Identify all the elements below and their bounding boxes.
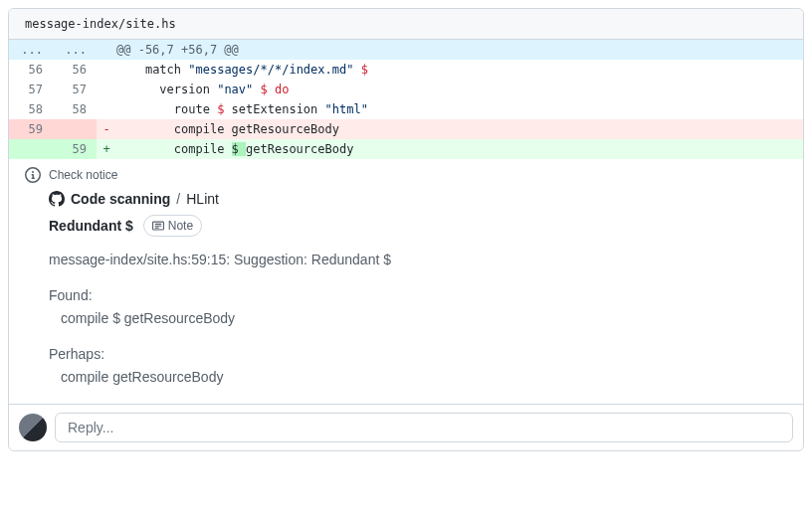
sign-cell — [97, 60, 116, 80]
code: version "nav" $ do — [116, 80, 803, 99]
github-icon — [49, 191, 65, 207]
sign-cell — [97, 80, 116, 99]
diff-line-ctx: 56 56 match "messages/*/*/index.md" $ — [9, 60, 803, 80]
note-icon — [152, 220, 164, 232]
notice-label: Check notice — [49, 168, 117, 182]
line-number-new — [53, 119, 97, 139]
sign-cell — [97, 40, 116, 60]
diff-container: message-index/site.hs ... ... @@ -56,7 +… — [8, 8, 804, 451]
line-number-old[interactable]: 57 — [9, 80, 53, 99]
sign-cell: + — [97, 139, 116, 159]
line-number-new[interactable]: 56 — [53, 60, 97, 80]
notice-title: Redundant $ — [49, 218, 133, 234]
scanner-name[interactable]: Code scanning — [71, 191, 170, 207]
check-notice-section: Check notice Code scanning / HLint Redun… — [9, 159, 803, 405]
severity-label: Note — [168, 217, 193, 235]
file-header: message-index/site.hs — [9, 9, 803, 40]
reply-area — [9, 405, 803, 450]
avatar[interactable] — [19, 414, 47, 441]
line-number-new[interactable]: 58 — [53, 99, 97, 119]
notice-header: Check notice — [25, 167, 787, 183]
diff-line-ctx: 58 58 route $ setExtension "html" — [9, 99, 803, 119]
found-code: compile $ getResourceBody — [61, 310, 235, 326]
tool-name[interactable]: HLint — [186, 191, 219, 207]
line-number-old[interactable]: 56 — [9, 60, 53, 80]
diff-line-ctx: 57 57 version "nav" $ do — [9, 80, 803, 99]
hunk-header-row: ... ... @@ -56,7 +56,7 @@ — [9, 40, 803, 60]
line-number-old — [9, 139, 53, 159]
slash: / — [176, 191, 180, 207]
code: compile $ getResourceBody — [116, 139, 803, 159]
hunk-header: @@ -56,7 +56,7 @@ — [116, 40, 803, 60]
line-number-new[interactable]: 59 — [53, 139, 97, 159]
line-number-new: ... — [53, 40, 97, 60]
perhaps-label: Perhaps: — [49, 346, 104, 362]
title-line: Redundant $ Note — [49, 215, 787, 237]
line-number-old[interactable]: 59 — [9, 119, 53, 139]
found-label: Found: — [49, 287, 93, 303]
line-number-old: ... — [9, 40, 53, 60]
perhaps-code: compile getResourceBody — [61, 369, 223, 385]
scan-line: Code scanning / HLint — [49, 191, 787, 207]
line-number-old[interactable]: 58 — [9, 99, 53, 119]
code: route $ setExtension "html" — [116, 99, 803, 119]
info-icon — [25, 167, 41, 183]
sign-cell — [97, 99, 116, 119]
code: match "messages/*/*/index.md" $ — [116, 60, 803, 80]
severity-badge: Note — [143, 215, 202, 237]
diff-table: ... ... @@ -56,7 +56,7 @@ 56 56 match "m… — [9, 40, 803, 159]
diff-line-add: 59 + compile $ getResourceBody — [9, 139, 803, 159]
file-path: message-index/site.hs — [25, 17, 176, 31]
suggestion-message: message-index/site.hs:59:15: Suggestion:… — [49, 249, 787, 270]
sign-cell: - — [97, 119, 116, 139]
line-number-new[interactable]: 57 — [53, 80, 97, 99]
diff-line-del: 59 - compile getResourceBody — [9, 119, 803, 139]
suggestion-body: message-index/site.hs:59:15: Suggestion:… — [49, 249, 787, 388]
code: compile getResourceBody — [116, 119, 803, 139]
reply-input[interactable] — [55, 413, 793, 442]
